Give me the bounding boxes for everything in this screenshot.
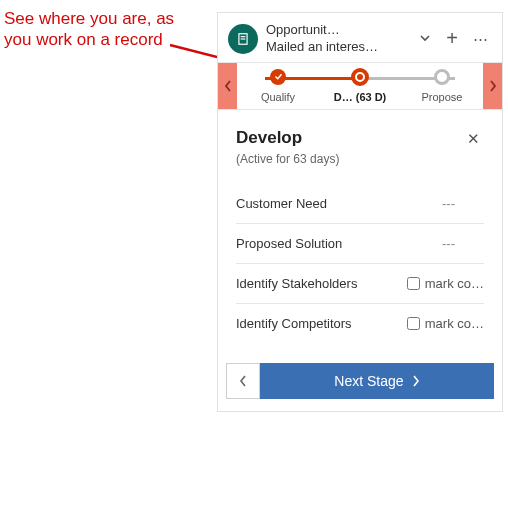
field-label: Customer Need (236, 196, 442, 211)
stage-detail-subtitle: (Active for 63 days) (236, 152, 484, 166)
field-label: Proposed Solution (236, 236, 442, 251)
stage-footer: Next Stage (226, 363, 494, 399)
field-value: --- (442, 236, 484, 251)
stage-develop[interactable]: D… (63 D) (319, 63, 401, 103)
next-stage-button[interactable]: Next Stage (260, 363, 494, 399)
record-subtitle: Mailed an interes… (266, 39, 408, 56)
checkbox-label: mark co… (425, 276, 484, 291)
stages-track: Qualify D… (63 D) Propose (237, 63, 483, 109)
record-header: Opportunit… Mailed an interes… + ⋯ (218, 13, 502, 62)
entity-icon (228, 24, 258, 54)
record-title: Opportunit… (266, 22, 408, 39)
mark-complete-checkbox[interactable] (407, 277, 420, 290)
field-proposed-solution[interactable]: Proposed Solution --- (236, 224, 484, 264)
stage-label: D… (63 D) (334, 91, 387, 103)
process-stages: Qualify D… (63 D) Propose (218, 62, 502, 110)
add-button[interactable]: + (442, 27, 462, 50)
stage-propose[interactable]: Propose (401, 63, 483, 103)
mark-complete-checkbox[interactable] (407, 317, 420, 330)
checkbox-label: mark co… (425, 316, 484, 331)
stages-scroll-prev[interactable] (218, 63, 237, 109)
record-header-text: Opportunit… Mailed an interes… (266, 22, 408, 56)
annotation-text: See where you are, as you work on a reco… (4, 8, 204, 51)
stage-qualify[interactable]: Qualify (237, 63, 319, 103)
expand-dropdown-icon[interactable] (416, 31, 434, 47)
field-identify-competitors[interactable]: Identify Competitors mark co… (236, 304, 484, 343)
stage-future-icon (434, 69, 450, 85)
field-label: Identify Competitors (236, 316, 407, 331)
chevron-left-icon (239, 375, 247, 387)
field-value: --- (442, 196, 484, 211)
stage-complete-icon (270, 69, 286, 85)
stage-detail: Develop ✕ (Active for 63 days) Customer … (218, 110, 502, 357)
stage-current-icon (351, 68, 369, 86)
stage-label: Qualify (261, 91, 295, 103)
field-label: Identify Stakeholders (236, 276, 407, 291)
stage-label: Propose (422, 91, 463, 103)
close-icon[interactable]: ✕ (463, 128, 484, 150)
field-checkbox[interactable]: mark co… (407, 276, 484, 291)
record-panel: Opportunit… Mailed an interes… + ⋯ Quali… (217, 12, 503, 412)
stage-detail-title: Develop (236, 128, 302, 148)
stages-scroll-next[interactable] (483, 63, 502, 109)
prev-stage-button[interactable] (226, 363, 260, 399)
more-actions-icon[interactable]: ⋯ (470, 30, 492, 48)
field-identify-stakeholders[interactable]: Identify Stakeholders mark co… (236, 264, 484, 304)
field-checkbox[interactable]: mark co… (407, 316, 484, 331)
next-stage-label: Next Stage (334, 373, 403, 389)
field-customer-need[interactable]: Customer Need --- (236, 184, 484, 224)
chevron-right-icon (412, 375, 420, 387)
